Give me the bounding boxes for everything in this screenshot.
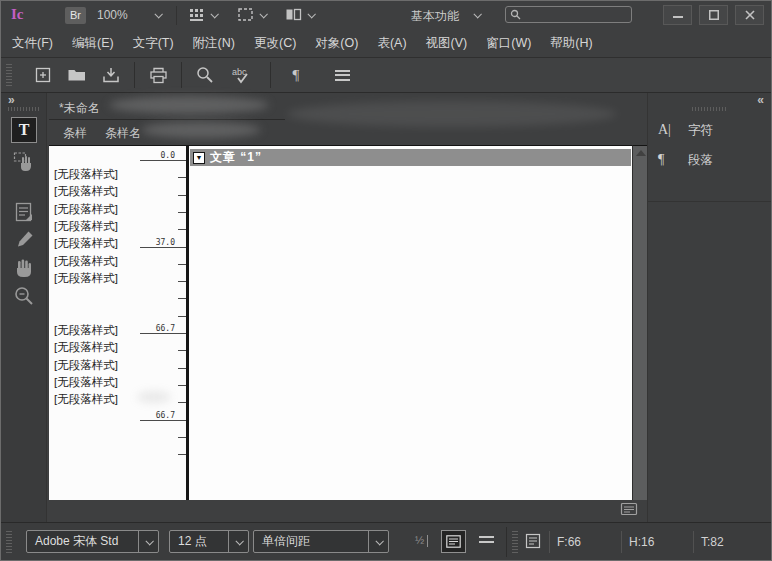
toolbar-menu-button[interactable]: [331, 64, 353, 86]
ruler-tick: [178, 350, 186, 351]
expand-tools-panel-button[interactable]: »: [8, 93, 13, 107]
titlebar-separator: [176, 6, 177, 25]
document-area: *未命名 条样 条样名 [无段落样式][无段落样式][无段落样式][无段落样式]…: [47, 93, 647, 522]
find-button[interactable]: [194, 64, 216, 86]
font-size-chevron[interactable]: [228, 531, 248, 552]
story-text-area[interactable]: ▼ 文章 “1”: [189, 145, 632, 500]
statusbar-grip[interactable]: [6, 531, 12, 553]
zoom-tool-button[interactable]: [11, 283, 37, 309]
close-button[interactable]: [735, 5, 764, 25]
show-hidden-characters-button[interactable]: ¶: [285, 64, 307, 86]
copyfit-info-button[interactable]: [525, 533, 541, 549]
position-tool-icon: [13, 151, 35, 173]
scroll-up-icon[interactable]: [636, 150, 646, 156]
workspace-body: » T: [1, 93, 771, 522]
document-tab[interactable]: *未命名: [59, 100, 100, 117]
workspace-chevron-down-icon[interactable]: [473, 10, 481, 18]
ruler-tick: [178, 229, 186, 230]
type-tool-button[interactable]: T: [11, 117, 37, 143]
spell-check-button[interactable]: abc: [230, 64, 256, 86]
note-tool-button[interactable]: [11, 199, 37, 225]
type-tool-icon: T: [19, 121, 30, 139]
ruler-tick: [178, 368, 186, 369]
view-tab-galley[interactable]: 条样: [63, 125, 87, 142]
font-family-value: Adobe 宋体 Std: [35, 534, 118, 548]
galley-adjust-button[interactable]: [620, 502, 638, 516]
menu-item[interactable]: 对象(O): [308, 35, 365, 52]
zoom-level-chevron-down-icon[interactable]: [154, 10, 162, 18]
statusbar-grip[interactable]: [512, 531, 518, 553]
copyfit-stat: T:82: [693, 531, 765, 553]
statusbar: Adobe 宋体 Std 12 点 单倍间距 ½: [1, 522, 771, 560]
ruler-tick: [178, 402, 186, 403]
story-title: 文章 “1”: [210, 149, 262, 166]
hamburger-icon: [479, 536, 494, 545]
position-tool-button[interactable]: [11, 149, 37, 175]
tools-panel-grip[interactable]: [8, 107, 39, 111]
menu-item[interactable]: 更改(C): [247, 35, 303, 52]
menu-item[interactable]: 附注(N): [186, 35, 242, 52]
font-family-select[interactable]: Adobe 宋体 Std: [26, 530, 159, 553]
save-button[interactable]: [100, 64, 122, 86]
ruler-tick: [178, 264, 186, 265]
print-button[interactable]: [147, 64, 169, 86]
hamburger-icon: [335, 70, 350, 81]
new-document-button[interactable]: [32, 64, 54, 86]
story-collapse-toggle[interactable]: ▼: [193, 152, 205, 164]
font-size-select[interactable]: 12 点: [169, 530, 249, 553]
menu-item[interactable]: 表(A): [370, 35, 413, 52]
expand-panels-button[interactable]: «: [757, 93, 762, 107]
zoom-level-value[interactable]: 100%: [97, 8, 128, 22]
menu-item[interactable]: 窗口(W): [479, 35, 538, 52]
save-icon: [102, 67, 120, 84]
chevron-down-icon: [235, 537, 243, 545]
font-family-chevron[interactable]: [138, 531, 158, 552]
open-folder-icon: [67, 67, 87, 83]
copyfit-stat: H:16: [621, 531, 693, 553]
galley-adjust-icon: [620, 502, 638, 516]
view-options-dropdown[interactable]: [189, 7, 217, 22]
view-tab-story[interactable]: 条样名: [105, 125, 141, 142]
bridge-button[interactable]: Br: [65, 7, 86, 24]
menu-item[interactable]: 文字(T): [126, 35, 181, 52]
font-size-value: 12 点: [178, 534, 207, 548]
ruler-tick: [178, 281, 186, 282]
statusbar-menu-button[interactable]: [479, 536, 494, 545]
leading-chevron[interactable]: [368, 531, 388, 552]
incopy-window: Ic Br 100% 基本功能: [0, 0, 772, 561]
screen-mode-dropdown[interactable]: [237, 7, 266, 22]
menu-item[interactable]: 文件(F): [5, 35, 60, 52]
new-document-icon: [34, 66, 52, 84]
menu-item[interactable]: 帮助(H): [543, 35, 599, 52]
menu-item[interactable]: 视图(V): [419, 35, 475, 52]
tools-panel: » T: [1, 93, 47, 522]
arrange-documents-icon: [285, 7, 302, 22]
toolbar-grip[interactable]: [6, 64, 12, 86]
smudge-artifact: [141, 122, 261, 138]
vertical-scrollbar[interactable]: [632, 145, 648, 500]
workspace-switcher[interactable]: 基本功能: [411, 8, 459, 25]
right-dock-panel: « A|字符¶段落: [647, 93, 771, 522]
leading-select[interactable]: 单倍间距: [253, 530, 389, 553]
ruler-major-tick: 66.7: [140, 333, 186, 334]
menu-item[interactable]: 编辑(E): [65, 35, 121, 52]
maximize-button[interactable]: [699, 5, 728, 25]
titlebar: Ic Br 100% 基本功能: [1, 1, 771, 30]
info-column-toggle[interactable]: [441, 530, 466, 553]
arrange-documents-dropdown[interactable]: [285, 7, 314, 22]
minimize-button[interactable]: [663, 5, 692, 25]
right-panel-items: A|字符¶段落: [648, 115, 771, 175]
panel-grip[interactable]: [692, 107, 728, 111]
hand-tool-button[interactable]: [11, 255, 37, 281]
eyedropper-tool-button[interactable]: [11, 227, 37, 253]
incopy-logo: Ic: [11, 6, 24, 23]
search-box[interactable]: [505, 6, 632, 23]
open-button[interactable]: [66, 64, 88, 86]
ruler-major-tick: 66.7: [140, 420, 186, 421]
search-input[interactable]: [521, 8, 627, 22]
panel-item-character[interactable]: A|字符: [648, 115, 771, 145]
search-icon: [196, 66, 214, 84]
line-number-toggle[interactable]: ½: [415, 534, 428, 547]
panel-item-paragraph[interactable]: ¶段落: [648, 145, 771, 175]
story-bar: ▼ 文章 “1”: [190, 149, 631, 166]
